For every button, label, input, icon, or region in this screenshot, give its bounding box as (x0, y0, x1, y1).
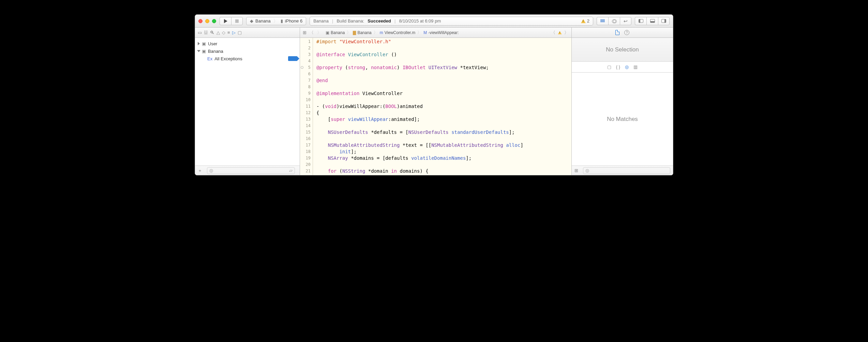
right-panel-icon (661, 19, 666, 23)
library-no-matches: No Matches (572, 73, 673, 166)
titlebar: ◆ Banana 〉 ▮ iPhone 6 Banana | Build Ban… (195, 15, 673, 28)
status-warnings[interactable]: 2 (581, 18, 589, 24)
filter-scope-icon[interactable]: ◎ (585, 168, 589, 173)
crumb-3: -viewWillAppear: (428, 30, 459, 35)
run-stop-group (220, 17, 243, 25)
test-nav-icon[interactable]: ◇ (222, 30, 225, 35)
project-nav-icon[interactable]: ▭ (198, 30, 202, 35)
navigator-footer: ＋ ◎ ▱ (195, 166, 300, 175)
grid-view-icon[interactable]: ⊞ (574, 168, 578, 173)
media-library-icon[interactable]: ▥ (633, 64, 638, 69)
scheme-device: iPhone 6 (285, 18, 302, 24)
filter-active-icon[interactable]: ▱ (289, 168, 293, 173)
zoom-icon[interactable] (212, 19, 216, 23)
traffic-lights (198, 19, 216, 23)
line-gutter: 1 2 3 4 5 6 7 8 9 10 11 12 13 14 15 16 1… (300, 38, 313, 175)
toggle-navigator-button[interactable] (635, 17, 646, 25)
tree-row-project[interactable]: ▣ Banana (195, 47, 300, 55)
code-snippet-icon[interactable]: { } (616, 64, 620, 69)
status-timestamp: 8/10/2015 at 6:09 pm (399, 18, 441, 24)
minimize-icon[interactable] (205, 19, 209, 23)
standard-editor-icon (600, 19, 605, 23)
scheme-selector[interactable]: ◆ Banana 〉 ▮ iPhone 6 (246, 17, 306, 25)
assistant-editor-button[interactable] (608, 17, 620, 25)
tree-row-breakpoint[interactable]: Ex All Exceptions (195, 55, 300, 62)
xcode-window: ◆ Banana 〉 ▮ iPhone 6 Banana | Build Ban… (195, 14, 673, 175)
close-icon[interactable] (198, 19, 203, 23)
symbol-nav-icon[interactable]: ☳ (204, 30, 208, 35)
source-editor[interactable]: 1 2 3 4 5 6 7 8 9 10 11 12 13 14 15 16 1… (300, 38, 571, 175)
project-icon: ▣ (326, 30, 329, 35)
object-library-icon[interactable]: ◎ (625, 64, 629, 69)
filter-scope-icon[interactable]: ◎ (209, 168, 213, 173)
version-editor-icon: ↩︎ (624, 18, 628, 24)
tree-row-user[interactable]: ▣ User (195, 40, 300, 47)
navigator-pane: ▣ User ▣ Banana Ex All Exceptions ＋ ◎ (195, 38, 300, 175)
back-button[interactable]: 〈 (309, 30, 314, 36)
warning-count: 2 (587, 18, 589, 24)
version-editor-button[interactable]: ↩︎ (620, 17, 631, 25)
inspector-pane: No Selection ▢ { } ◎ ▥ No Matches ⊞ ◎ (571, 38, 673, 175)
scheme-project: Banana (255, 18, 271, 24)
file-template-icon[interactable]: ▢ (607, 64, 611, 69)
assistant-editor-icon (612, 19, 617, 23)
report-nav-icon[interactable]: ▢ (238, 30, 242, 35)
bottom-panel-icon (650, 19, 655, 23)
iboutlet-indicator-icon[interactable] (301, 66, 303, 69)
left-panel-icon (639, 19, 643, 23)
disclosure-icon[interactable] (198, 42, 200, 45)
crumb-0: Banana (331, 30, 345, 35)
activity-status[interactable]: Banana | Build Banana: Succeeded | 8/10/… (310, 17, 593, 26)
chevron-right-icon: 〉 (347, 30, 351, 35)
crumb-1: Banana (357, 30, 371, 35)
navigator-filter[interactable]: ◎ ▱ (207, 167, 295, 174)
disclosure-icon[interactable] (197, 50, 200, 52)
standard-editor-button[interactable] (597, 17, 608, 25)
debug-nav-icon[interactable]: ≡ (227, 30, 230, 35)
related-items-icon[interactable]: ⊞ (303, 30, 306, 35)
device-icon: ▮ (281, 18, 283, 24)
method-icon: M (423, 30, 427, 35)
toggle-inspector-button[interactable] (658, 17, 670, 25)
file-inspector-icon[interactable] (615, 30, 619, 35)
m-file-icon: m (380, 30, 383, 35)
crumb-2: ViewController.m (385, 30, 415, 35)
folder-icon: ▇ (353, 30, 356, 35)
play-icon (224, 19, 227, 23)
forward-button[interactable]: 〉 (317, 30, 321, 36)
user-marker-icon: ▣ (202, 41, 206, 46)
stop-button[interactable] (231, 17, 243, 25)
status-action-prefix: Build Banana: (336, 18, 364, 24)
inspector-selector: ? (571, 28, 673, 37)
issue-nav-icon[interactable]: △ (216, 30, 220, 35)
breakpoint-tree: ▣ User ▣ Banana Ex All Exceptions (195, 38, 300, 166)
tree-label: All Exceptions (214, 56, 242, 61)
next-issue-button[interactable]: 〉 (564, 30, 569, 36)
toggle-debug-button[interactable] (646, 17, 658, 25)
status-result: Succeeded (368, 18, 391, 24)
tree-label: Banana (208, 49, 223, 54)
breadcrumb[interactable]: ▣ Banana 〉 ▇ Banana 〉 m ViewController.m… (326, 30, 459, 35)
library-selector: ▢ { } ◎ ▥ (572, 62, 673, 73)
exception-icon: Ex (207, 56, 212, 61)
app-icon: ◆ (250, 18, 253, 24)
prev-issue-button[interactable]: 〈 (551, 30, 555, 36)
run-button[interactable] (220, 17, 231, 25)
library-footer: ⊞ ◎ (572, 166, 673, 175)
chevron-right-icon: 〉 (417, 30, 421, 35)
breakpoint-nav-icon[interactable]: ▷ (232, 30, 236, 35)
tree-label: User (208, 41, 217, 46)
main-area: ▣ User ▣ Banana Ex All Exceptions ＋ ◎ (195, 38, 673, 175)
status-project: Banana (313, 18, 329, 24)
quick-help-icon[interactable]: ? (624, 30, 629, 35)
chevron-right-icon: 〉 (273, 18, 278, 24)
editor-mode-group: ↩︎ (597, 17, 670, 25)
inspector-no-selection: No Selection (572, 38, 673, 62)
add-button[interactable]: ＋ (198, 168, 202, 174)
find-nav-icon[interactable]: 🔍︎ (210, 30, 214, 35)
navigator-selector: ▭ ☳ 🔍︎ △ ◇ ≡ ▷ ▢ (195, 28, 300, 37)
breakpoint-enabled-icon[interactable] (288, 56, 297, 61)
warning-icon (581, 19, 586, 23)
code-area[interactable]: #import "ViewController.h" @interface Vi… (313, 38, 527, 175)
library-filter[interactable]: ◎ (583, 167, 670, 174)
